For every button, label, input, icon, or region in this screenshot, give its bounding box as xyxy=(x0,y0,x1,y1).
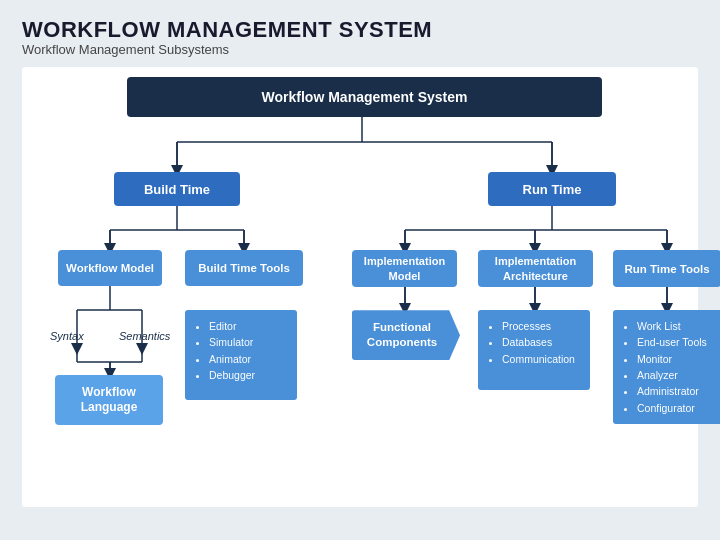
impl-arch-node: Implementation Architecture xyxy=(478,250,593,287)
syntax-label: Syntax xyxy=(50,330,84,342)
workflow-model-node: Workflow Model xyxy=(58,250,162,286)
build-time-tools-node: Build Time Tools xyxy=(185,250,303,286)
impl-arch-label: Implementation Architecture xyxy=(478,254,593,283)
databases-item: Databases xyxy=(502,334,578,350)
processes-list: Processes Databases Communication xyxy=(478,310,590,390)
communication-item: Communication xyxy=(502,351,578,367)
page-subtitle: Workflow Management Subsystems xyxy=(22,42,698,57)
build-tool-simulator: Simulator xyxy=(209,334,285,350)
semantics-label: Semantics xyxy=(119,330,170,342)
processes-item: Processes xyxy=(502,318,578,334)
build-tools-list: Editor Simulator Animator Debugger xyxy=(185,310,297,400)
build-tools-items: Editor Simulator Animator Debugger xyxy=(195,318,285,383)
impl-model-label: Implementation Model xyxy=(352,254,457,283)
run-tool-config: Configurator xyxy=(637,400,719,416)
connector-lines xyxy=(22,67,698,507)
run-time-label: Run Time xyxy=(523,182,582,197)
build-tool-debugger: Debugger xyxy=(209,367,285,383)
run-time-node: Run Time xyxy=(488,172,616,206)
processes-items: Processes Databases Communication xyxy=(488,318,578,367)
top-bar-label: Workflow Management System xyxy=(262,89,468,105)
page-title: WORKFLOW MANAGEMENT SYSTEM xyxy=(22,18,698,42)
top-bar-node: Workflow Management System xyxy=(127,77,602,117)
functional-components-label: Functional Components xyxy=(364,320,440,350)
run-time-tools-node: Run Time Tools xyxy=(613,250,720,287)
build-time-tools-label: Build Time Tools xyxy=(198,262,290,274)
run-tool-worklist: Work List xyxy=(637,318,719,334)
workflow-model-label: Workflow Model xyxy=(66,262,154,274)
run-tools-items: Work List End-user Tools Monitor Analyze… xyxy=(623,318,719,416)
build-tool-animator: Animator xyxy=(209,351,285,367)
functional-components-node: Functional Components xyxy=(352,310,460,360)
run-tools-list: Work List End-user Tools Monitor Analyze… xyxy=(613,310,720,424)
build-tool-editor: Editor xyxy=(209,318,285,334)
impl-model-node: Implementation Model xyxy=(352,250,457,287)
workflow-language-label: Workflow Language xyxy=(55,385,163,416)
page: WORKFLOW MANAGEMENT SYSTEM Workflow Mana… xyxy=(0,0,720,540)
run-tool-analyzer: Analyzer xyxy=(637,367,719,383)
build-time-label: Build Time xyxy=(144,182,210,197)
run-tool-enduser: End-user Tools xyxy=(637,334,719,350)
run-time-tools-label: Run Time Tools xyxy=(624,263,709,275)
workflow-language-node: Workflow Language xyxy=(55,375,163,425)
diagram-area: Workflow Management System Build Time Ru… xyxy=(22,67,698,507)
build-time-node: Build Time xyxy=(114,172,240,206)
run-tool-admin: Administrator xyxy=(637,383,719,399)
run-tool-monitor: Monitor xyxy=(637,351,719,367)
